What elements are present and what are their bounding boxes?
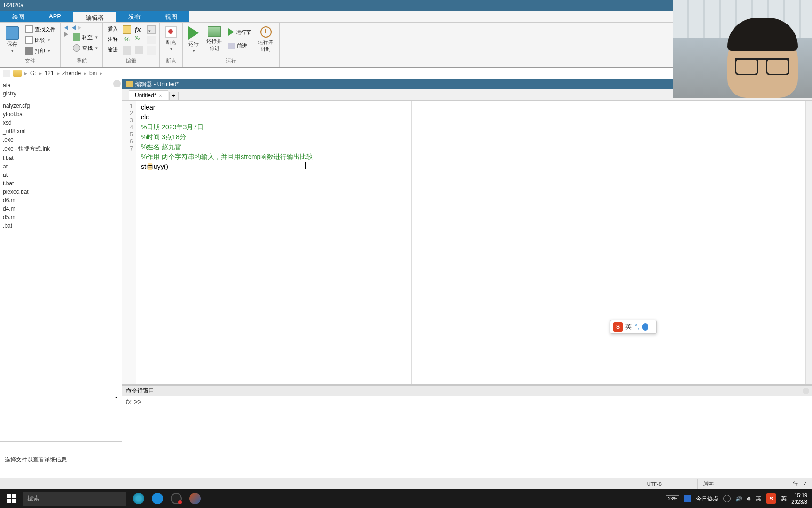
tab-app[interactable]: APP [37,11,73,22]
wifi-icon[interactable]: ⊚ [747,496,751,502]
nav-left-icon[interactable] [72,25,76,30]
advance-button[interactable]: 前进 [226,41,253,50]
list-item[interactable]: ytool.bat [0,110,122,119]
indent-button[interactable]: 缩进 [106,45,120,54]
close-icon[interactable]: × [159,93,162,98]
list-item[interactable]: .bat [0,222,122,230]
smart-indent-icon[interactable] [147,46,156,55]
nav-right-icon[interactable] [78,25,81,30]
code-lines[interactable]: clear clc %日期 2023年3月7日 %时间 3点18分 %姓名 赵九… [136,101,805,384]
list-item[interactable]: d6.m [0,196,122,205]
chevron-right-icon: ▸ [24,70,27,77]
lang-indicator-2[interactable]: 英 [781,495,787,503]
edge-icon[interactable] [148,490,166,508]
list-item[interactable]: d4.m [0,205,122,213]
fx-icon[interactable]: fx [135,25,143,33]
chevron-right-icon: ▸ [39,70,42,77]
save-button[interactable]: 保存 ▾ [3,24,22,55]
indent-left-icon[interactable] [123,46,131,55]
app-title: R2020a [4,2,23,8]
list-item[interactable]: ata [0,81,122,89]
list-item[interactable]: at [0,171,122,179]
obs-icon[interactable] [167,490,185,508]
insert-button[interactable]: 插入 [106,24,120,33]
pane-menu-icon[interactable] [113,80,121,87]
run-advance-button[interactable]: 运行并 前进 [203,24,225,54]
run-time-button[interactable]: 运行并 计时 [255,24,276,55]
tab-view[interactable]: 视图 [153,11,189,22]
back-icon[interactable] [64,25,68,30]
list-item[interactable]: at [0,162,122,171]
run-button[interactable]: 运行 ▾ [186,24,202,55]
forward-icon[interactable] [64,32,68,37]
code-minimap-strip[interactable] [805,101,812,384]
list-item[interactable]: .exe - 快捷方式.lnk [0,144,122,154]
collapse-icon[interactable] [803,388,809,394]
find-label: 查找 [82,45,93,52]
bc-drive[interactable]: G: [30,70,36,77]
command-header[interactable]: 命令行窗口 [122,386,812,396]
lang-indicator-1[interactable]: 英 [756,495,761,503]
find-icon [73,44,80,52]
hot-news[interactable]: 今日热点 [696,495,718,503]
find-file-button[interactable]: 查找文件 [23,24,57,34]
editor-tab-untitled[interactable]: Untitled* × [129,90,168,100]
mic-icon[interactable] [642,323,648,331]
command-body[interactable]: fx >> [122,396,812,478]
bc-seg3[interactable]: bin [89,70,97,77]
sogou-ime-icon[interactable]: S [766,493,776,504]
file-list[interactable]: ata gistry nalyzer.cfg ytool.bat xsd _ut… [0,79,122,441]
list-item[interactable]: _utf8.xml [0,127,122,135]
battery-indicator[interactable]: 26% [666,495,679,502]
refactor-icon[interactable] [147,25,156,34]
list-item[interactable]: .exe [0,135,122,144]
volume-icon[interactable]: 🔊 [735,496,742,502]
list-item[interactable]: piexec.bat [0,188,122,196]
comment-button[interactable]: 注释 [106,35,120,44]
start-button[interactable] [2,489,21,508]
list-item[interactable]: t.bat [0,179,122,188]
code-text: iuyy [152,163,164,170]
file-group-label: 文件 [3,56,57,65]
tab-publish[interactable]: 发布 [116,11,153,22]
list-item[interactable]: gistry [0,89,122,98]
uncomment-icon[interactable]: ‰ [135,35,143,44]
list-item[interactable]: nalyzer.cfg [0,102,122,110]
expand-down-icon[interactable]: ⌄ [113,391,120,398]
code-area[interactable]: 1234567 clear clc %日期 2023年3月7日 %时间 3点18… [122,101,812,384]
new-tab-button[interactable]: + [169,92,179,100]
run-section-label: 运行节 [236,29,251,36]
section-icon[interactable] [123,25,131,34]
notification-icon[interactable] [684,495,691,502]
percent-icon[interactable]: % [123,36,131,44]
matlab-icon[interactable] [186,490,204,508]
ime-lang[interactable]: 英 [625,323,632,331]
print-button[interactable]: 打印 [23,46,57,56]
list-item[interactable]: d5.m [0,213,122,222]
play-icon [188,26,199,40]
ime-floating-bar[interactable]: S 英 °, [610,320,657,334]
list-item[interactable]: xsd [0,119,122,127]
steam-icon[interactable] [723,495,731,502]
compare-button[interactable]: 比较 [23,35,57,45]
chevron-down-icon: ▾ [170,47,172,51]
tab-plot[interactable]: 绘图 [0,11,37,22]
goto-button[interactable]: 转至 [71,32,100,42]
clock[interactable]: 15:19 2023/3 [791,492,807,505]
encoding-cell[interactable]: UTF-8 [641,480,697,488]
bc-seg2[interactable]: zhende [62,70,81,77]
ime-sep: °, [634,323,640,331]
code-op: = [148,163,152,170]
breakpoint-button[interactable]: 断点 ▾ [163,24,180,53]
wrap-icon[interactable] [147,36,156,44]
bc-seg1[interactable]: 121 [45,70,54,77]
find-button[interactable]: 查找 [71,43,100,53]
cortana-icon[interactable] [130,490,148,508]
indent-right-icon[interactable] [135,46,143,54]
fx-icon[interactable]: fx [126,398,131,405]
list-item[interactable]: l.bat [0,154,122,162]
run-section-button[interactable]: 运行节 [226,27,253,37]
search-input[interactable]: 搜索 [23,492,126,506]
tab-editor[interactable]: 编辑器 [73,11,116,22]
nav-back-icon[interactable] [3,70,10,77]
